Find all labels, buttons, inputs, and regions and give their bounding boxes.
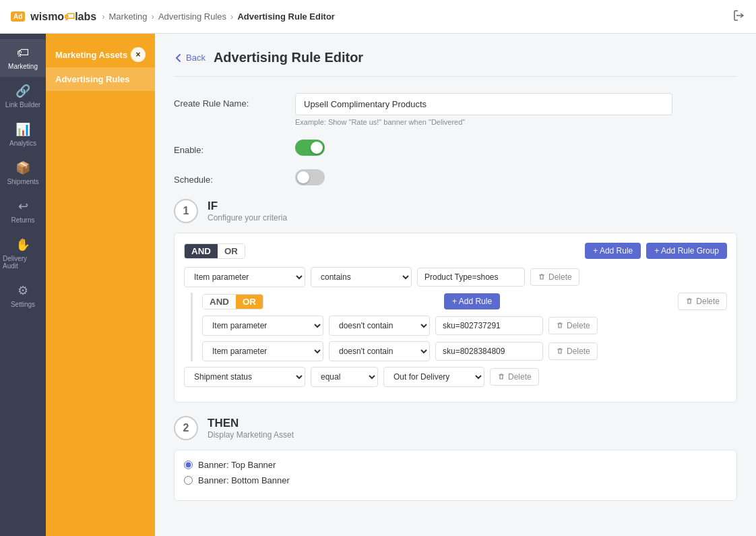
extra-rule-operator-select[interactable]: equal not equal bbox=[311, 367, 378, 387]
rule1-value-input[interactable] bbox=[417, 268, 525, 287]
sidebar-label-marketing: Marketing bbox=[8, 63, 38, 70]
sidebar-label-shipments: Shipments bbox=[7, 178, 38, 185]
step2-name: THEN bbox=[208, 417, 294, 430]
sidebar-item-returns[interactable]: ↩ Returns bbox=[0, 192, 46, 231]
schedule-toggle-wrapper[interactable] bbox=[295, 169, 325, 185]
top-banner-radio[interactable] bbox=[184, 460, 193, 469]
step1-number: 1 bbox=[174, 199, 198, 223]
sidebar-item-link-builder[interactable]: 🔗 Link Builder bbox=[0, 77, 46, 115]
sidebar-label-settings: Settings bbox=[11, 301, 35, 308]
top-banner-label: Banner: Top Banner bbox=[198, 460, 276, 470]
schedule-toggle[interactable] bbox=[295, 169, 325, 185]
nested-rule1-delete-button[interactable]: Delete bbox=[548, 317, 598, 334]
sidebar: 🏷 Marketing 🔗 Link Builder 📊 Analytics 📦… bbox=[0, 34, 46, 536]
sidebar-item-delivery-audit[interactable]: ✋ Delivery Audit bbox=[0, 231, 46, 276]
delivery-audit-icon: ✋ bbox=[15, 237, 30, 252]
top-logic-toggle: AND OR bbox=[184, 243, 245, 259]
link-builder-icon: 🔗 bbox=[15, 84, 30, 98]
nested-rule1-field-select[interactable]: Item parameter Shipment status bbox=[202, 316, 323, 336]
nested-group-header: AND OR + Add Rule Delete bbox=[202, 293, 727, 310]
group-header-left: AND OR bbox=[184, 243, 252, 259]
rule-row-1: Item parameter Shipment status Order par… bbox=[184, 267, 727, 287]
analytics-icon: 📊 bbox=[15, 122, 30, 137]
then-option-top-banner: Banner: Top Banner bbox=[184, 460, 727, 470]
step2-number: 2 bbox=[174, 416, 198, 440]
rule-name-label: Create Rule Name: bbox=[174, 93, 282, 109]
step1-info: IF Configure your criteria bbox=[208, 200, 287, 222]
delete-icon-1 bbox=[538, 273, 546, 281]
rule-name-row: Create Rule Name: Example: Show "Rate us… bbox=[174, 93, 737, 126]
step2-section: 2 THEN Display Marketing Asset Banner: T… bbox=[174, 416, 737, 501]
delete-icon-nested bbox=[685, 297, 693, 305]
bottom-banner-radio[interactable] bbox=[184, 476, 193, 485]
schedule-label: Schedule: bbox=[174, 169, 282, 185]
breadcrumb-advertising-rules[interactable]: Advertising Rules bbox=[158, 11, 226, 22]
settings-icon: ⚙ bbox=[18, 283, 28, 298]
sidebar-label-returns: Returns bbox=[11, 216, 34, 224]
top-and-btn[interactable]: AND bbox=[185, 244, 218, 258]
marketing-menu-advertising-rules[interactable]: Advertising Rules bbox=[46, 67, 155, 91]
delete-icon-nr2 bbox=[556, 347, 564, 355]
rule1-operator-select[interactable]: contains doesn't contain equals bbox=[311, 267, 412, 287]
nested-rule2-delete-button[interactable]: Delete bbox=[548, 343, 598, 360]
nested-group-delete-button[interactable]: Delete bbox=[678, 293, 727, 310]
step1-name: IF bbox=[208, 200, 287, 213]
nested-or-btn[interactable]: OR bbox=[236, 295, 263, 309]
add-rule-button[interactable]: + Add Rule bbox=[585, 243, 641, 259]
breadcrumb-marketing[interactable]: Marketing bbox=[109, 11, 148, 22]
then-box: Banner: Top Banner Banner: Bottom Banner bbox=[174, 450, 737, 501]
breadcrumb: › Marketing › Advertising Rules › Advert… bbox=[102, 11, 335, 22]
rule-name-hint: Example: Show "Rate us!" banner when "De… bbox=[295, 118, 672, 126]
back-arrow-icon bbox=[174, 53, 183, 63]
enable-toggle[interactable] bbox=[295, 140, 325, 156]
marketing-panel-header: Marketing Assets × bbox=[46, 42, 155, 67]
extra-rule-row: Shipment status Item parameter Order par… bbox=[184, 367, 727, 387]
top-or-btn[interactable]: OR bbox=[218, 244, 245, 258]
step2-info: THEN Display Marketing Asset bbox=[208, 417, 294, 440]
marketing-panel-title: Marketing Assets bbox=[55, 50, 127, 60]
sidebar-label-link-builder: Link Builder bbox=[5, 101, 40, 109]
nested-rule2-field-select[interactable]: Item parameter Shipment status bbox=[202, 341, 323, 361]
nested-rule2-value-input[interactable] bbox=[435, 342, 543, 361]
schedule-track[interactable] bbox=[295, 169, 325, 185]
delete-icon-nr1 bbox=[556, 322, 564, 330]
group-header: AND OR + Add Rule + Add Rule Group bbox=[184, 243, 727, 259]
nested-rule-row-2: Item parameter Shipment status doesn't c… bbox=[202, 341, 727, 361]
extra-rule-value-select[interactable]: Out for Delivery Delivered In Transit Pe… bbox=[383, 367, 484, 387]
rule1-field-select[interactable]: Item parameter Shipment status Order par… bbox=[184, 267, 305, 287]
nested-add-rule-button[interactable]: + Add Rule bbox=[444, 293, 500, 309]
sidebar-label-delivery-audit: Delivery Audit bbox=[3, 255, 43, 270]
extra-rule-field-select[interactable]: Shipment status Item parameter Order par… bbox=[184, 367, 305, 387]
enable-toggle-wrapper[interactable] bbox=[295, 140, 325, 156]
top-nav-right bbox=[732, 9, 745, 24]
then-option-bottom-banner: Banner: Bottom Banner bbox=[184, 475, 727, 485]
nested-rule1-operator-select[interactable]: doesn't contain contains equals bbox=[329, 316, 430, 336]
sidebar-item-analytics[interactable]: 📊 Analytics bbox=[0, 115, 46, 154]
sidebar-item-settings[interactable]: ⚙ Settings bbox=[0, 276, 46, 315]
nested-group: AND OR + Add Rule Delete I bbox=[191, 293, 727, 361]
extra-rule-delete-button[interactable]: Delete bbox=[490, 368, 539, 386]
nested-group-header-left: AND OR bbox=[202, 294, 270, 309]
rule1-delete-button[interactable]: Delete bbox=[530, 268, 579, 286]
logout-icon[interactable] bbox=[732, 9, 745, 22]
enable-label: Enable: bbox=[174, 140, 282, 155]
nested-rule-row-1: Item parameter Shipment status doesn't c… bbox=[202, 316, 727, 336]
ad-badge: Ad bbox=[11, 11, 25, 22]
add-rule-group-button[interactable]: + Add Rule Group bbox=[646, 243, 727, 259]
sidebar-item-marketing[interactable]: 🏷 Marketing bbox=[0, 39, 46, 77]
step2-header: 2 THEN Display Marketing Asset bbox=[174, 416, 737, 440]
logo-area: Ad wismo🏷labs bbox=[11, 11, 96, 23]
marketing-icon: 🏷 bbox=[17, 46, 29, 60]
enable-track[interactable] bbox=[295, 140, 325, 156]
sidebar-item-shipments[interactable]: 📦 Shipments bbox=[0, 154, 46, 192]
delete-icon-extra bbox=[497, 373, 505, 381]
nested-rule2-operator-select[interactable]: doesn't contain contains equals bbox=[329, 341, 430, 361]
rule-name-input[interactable] bbox=[295, 93, 672, 115]
enable-row: Enable: bbox=[174, 140, 737, 156]
nested-rule1-value-input[interactable] bbox=[435, 316, 543, 335]
back-button[interactable]: Back bbox=[174, 53, 206, 63]
step2-desc: Display Marketing Asset bbox=[208, 430, 294, 440]
marketing-panel-close[interactable]: × bbox=[131, 47, 146, 62]
nested-and-btn[interactable]: AND bbox=[203, 295, 236, 309]
breadcrumb-current: Advertising Rule Editor bbox=[237, 11, 334, 22]
